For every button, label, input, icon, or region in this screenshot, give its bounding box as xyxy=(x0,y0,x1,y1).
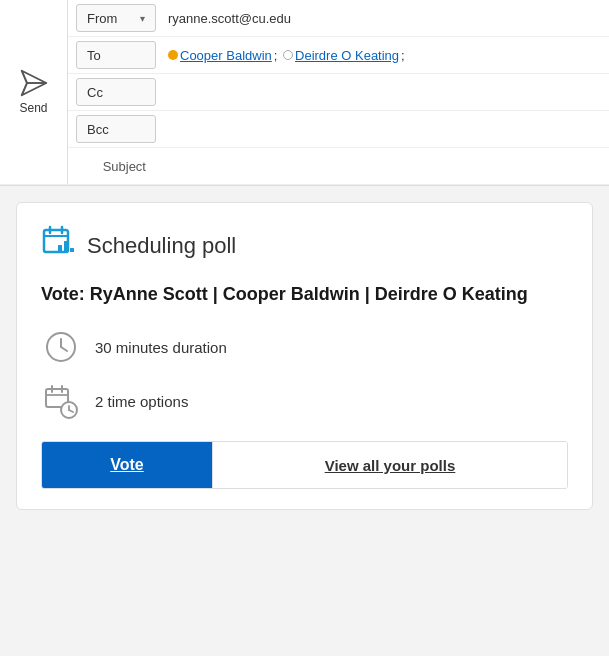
email-compose: Send From ▾ ryanne.scott@cu.edu To Coope… xyxy=(0,0,609,186)
poll-vote-title: Vote: RyAnne Scott | Cooper Baldwin | De… xyxy=(41,282,568,307)
svg-line-11 xyxy=(61,347,67,351)
time-options-text: 2 time options xyxy=(95,393,188,410)
svg-rect-6 xyxy=(58,245,62,252)
poll-card: Scheduling poll Vote: RyAnne Scott | Coo… xyxy=(16,202,593,510)
cc-label: Cc xyxy=(87,85,103,100)
send-icon xyxy=(20,69,48,97)
to-row: To Cooper Baldwin; Deirdre O Keating; xyxy=(68,37,609,74)
recipient-dot-deirdre xyxy=(283,50,293,60)
fields-area: From ▾ ryanne.scott@cu.edu To Cooper Bal… xyxy=(68,0,609,184)
view-polls-button[interactable]: View all your polls xyxy=(212,442,567,488)
svg-rect-7 xyxy=(64,241,68,252)
duration-text: 30 minutes duration xyxy=(95,339,227,356)
bcc-label: Bcc xyxy=(87,122,109,137)
from-email: ryanne.scott@cu.edu xyxy=(164,9,609,28)
cc-value xyxy=(164,90,609,94)
to-label: To xyxy=(87,48,101,63)
recipients-area: Cooper Baldwin; Deirdre O Keating; xyxy=(164,46,609,65)
subject-row: Subject xyxy=(68,148,609,184)
from-button[interactable]: From ▾ xyxy=(76,4,156,32)
bcc-value xyxy=(164,127,609,131)
from-row: From ▾ ryanne.scott@cu.edu xyxy=(68,0,609,37)
poll-actions: Vote View all your polls xyxy=(41,441,568,489)
send-button[interactable]: Send xyxy=(0,0,68,184)
compose-header: Send From ▾ ryanne.scott@cu.edu To Coope… xyxy=(0,0,609,185)
to-button[interactable]: To xyxy=(76,41,156,69)
cc-row: Cc xyxy=(68,74,609,111)
send-label: Send xyxy=(19,101,47,115)
from-label: From xyxy=(87,11,117,26)
poll-header: Scheduling poll xyxy=(41,223,568,268)
subject-input[interactable] xyxy=(164,157,609,176)
separator-2: ; xyxy=(401,48,405,63)
recipient-cooper[interactable]: Cooper Baldwin xyxy=(180,48,272,63)
time-options-detail: 2 time options xyxy=(41,381,568,421)
vote-button[interactable]: Vote xyxy=(42,442,212,488)
duration-detail: 30 minutes duration xyxy=(41,327,568,367)
calendar-clock-icon xyxy=(41,381,81,421)
recipient-deirdre[interactable]: Deirdre O Keating xyxy=(295,48,399,63)
from-chevron-icon: ▾ xyxy=(140,13,145,24)
subject-label: Subject xyxy=(76,155,156,178)
svg-rect-8 xyxy=(70,248,74,252)
bcc-row: Bcc xyxy=(68,111,609,148)
scheduling-poll-icon xyxy=(41,223,79,261)
poll-title: Scheduling poll xyxy=(87,233,236,259)
bcc-button[interactable]: Bcc xyxy=(76,115,156,143)
separator-1: ; xyxy=(274,48,281,63)
poll-icon xyxy=(41,223,79,268)
clock-icon xyxy=(41,327,81,367)
recipient-dot-cooper xyxy=(168,50,178,60)
cc-button[interactable]: Cc xyxy=(76,78,156,106)
